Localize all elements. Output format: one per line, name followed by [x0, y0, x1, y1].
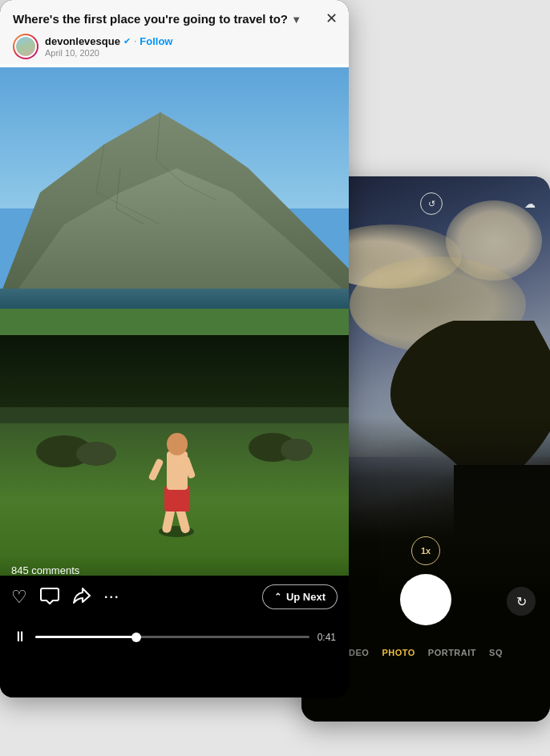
share-button[interactable] — [72, 587, 91, 607]
action-row: ♡ ··· ⌃ — [11, 584, 338, 609]
up-next-button[interactable]: ⌃ Up Next — [262, 584, 338, 609]
action-icons: ♡ ··· — [11, 587, 119, 607]
close-button[interactable]: ✕ — [326, 11, 338, 26]
title-arrow[interactable]: ▼ — [291, 14, 301, 26]
card-title-text: Where's the first place you're going to … — [13, 12, 288, 26]
avatar[interactable] — [13, 34, 38, 59]
svg-rect-3 — [0, 309, 349, 337]
zoom-badge[interactable]: 1x — [411, 536, 440, 565]
comments-count[interactable]: 845 comments — [11, 564, 338, 576]
camera-mode-video[interactable]: DEO — [349, 648, 369, 657]
mountain-scene — [0, 64, 349, 337]
verified-icon: ✔ — [123, 36, 131, 46]
camera-cloud-icon[interactable]: ☁ — [524, 192, 536, 215]
camera-mode-photo[interactable]: PHOTO — [382, 648, 415, 657]
svg-rect-5 — [0, 407, 349, 423]
username[interactable]: devonlevesque — [45, 35, 120, 47]
camera-mode-square[interactable]: SQ — [489, 648, 503, 657]
runner-background — [0, 335, 349, 576]
time-display: 0:41 — [317, 632, 336, 643]
like-button[interactable]: ♡ — [11, 588, 27, 606]
progress-area: ⏸ 0:41 — [0, 617, 349, 697]
progress-track[interactable] — [35, 636, 309, 638]
progress-fill — [35, 636, 136, 638]
svg-point-10 — [281, 439, 313, 461]
instagram-card: Where's the first place you're going to … — [0, 0, 349, 697]
user-row: devonlevesque ✔ · Follow April 10, 2020 — [13, 34, 336, 59]
up-next-chevron-icon: ⌃ — [274, 592, 281, 602]
username-row: devonlevesque ✔ · Follow — [45, 35, 336, 47]
camera-mode-portrait[interactable]: PORTRAIT — [428, 648, 476, 657]
play-pause-button[interactable]: ⏸ — [13, 629, 27, 645]
user-info: devonlevesque ✔ · Follow April 10, 2020 — [45, 35, 336, 58]
progress-bar-row: ⏸ 0:41 — [13, 617, 336, 645]
svg-rect-4 — [0, 335, 349, 415]
runner-scene — [0, 335, 349, 576]
svg-point-16 — [167, 433, 188, 455]
more-button[interactable]: ··· — [104, 590, 119, 604]
svg-point-8 — [76, 442, 116, 466]
progress-thumb — [131, 633, 141, 642]
up-next-label: Up Next — [286, 591, 326, 603]
follow-button[interactable]: Follow — [140, 35, 172, 47]
zoom-label: 1x — [421, 546, 431, 556]
video-area[interactable]: 845 comments ♡ — [0, 0, 349, 697]
separator: · — [134, 35, 136, 46]
mountain-background — [0, 64, 349, 337]
flip-camera-button[interactable]: ↻ — [507, 587, 536, 616]
shutter-inner — [404, 578, 447, 621]
card-title: Where's the first place you're going to … — [13, 11, 336, 27]
video-bottom-overlay: 845 comments ♡ — [0, 556, 349, 617]
comment-button[interactable] — [40, 587, 59, 607]
shutter-button[interactable] — [400, 574, 451, 625]
avatar-inner — [14, 35, 37, 58]
camera-timer-icon[interactable]: ↺ — [420, 192, 443, 215]
card-header: Where's the first place you're going to … — [0, 0, 349, 67]
scene: ⚡ ↺ ☁ 1x — [0, 0, 550, 756]
post-date: April 10, 2020 — [45, 48, 336, 58]
